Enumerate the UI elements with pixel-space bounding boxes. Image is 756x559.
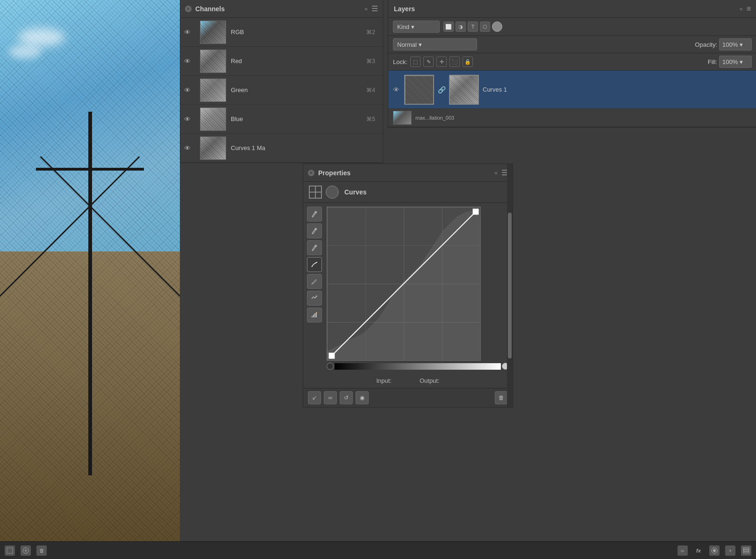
layers-menu-btn[interactable]: ≡ (747, 5, 751, 13)
channels-panel: ✕ Channels « ☰ 👁 RGB ⌘2 👁 Red ⌘3 👁 Green… (180, 0, 383, 163)
curves-tools: ! (307, 207, 324, 370)
channels-menu-btn[interactable]: ☰ (371, 4, 378, 13)
filter-adjustment-icon[interactable]: ◑ (456, 22, 466, 32)
filter-pixel-icon[interactable]: ⬜ (443, 22, 454, 32)
eyedropper-black-tool[interactable] (307, 240, 322, 255)
props-collapse[interactable]: « (494, 170, 498, 176)
reset-btn[interactable]: ↺ (340, 391, 353, 404)
taskbar-right-icons: ∞ fx + (678, 545, 751, 556)
lock-pixel-icon[interactable]: ✎ (423, 57, 434, 67)
taskbar-add-circle-icon[interactable] (21, 545, 31, 556)
filter-circle-icon[interactable] (492, 22, 502, 32)
lock-artboard-icon[interactable]: ⬛ (449, 57, 460, 67)
photo-overlay (450, 76, 478, 104)
curve-smooth-tool[interactable] (307, 257, 322, 272)
photo-grad (450, 76, 478, 104)
histogram-warning-btn[interactable]: ! (307, 308, 322, 322)
channel-green[interactable]: 👁 Green ⌘4 (180, 76, 383, 105)
canvas-image (0, 0, 180, 559)
layers-panel-header: Layers « ≡ (388, 0, 756, 18)
curves-grid-icon[interactable] (309, 186, 322, 199)
props-title: Properties (318, 169, 350, 177)
layers-kind-select[interactable]: Kind ▾ (393, 21, 440, 33)
channel-thumb-curves (200, 136, 226, 160)
eye-icon-curves-mask[interactable]: 👁 (184, 144, 195, 152)
curves-circle-icon[interactable] (326, 186, 339, 199)
eye-icon-blue[interactable]: 👁 (184, 115, 195, 123)
output-label: Output: (420, 377, 440, 384)
cloud1 (18, 28, 65, 47)
auto-btn[interactable] (307, 291, 322, 306)
layers-title: Layers (394, 5, 415, 13)
layers-blend-row: Normal ▾ Opacity: 100% ▾ (388, 36, 756, 53)
blend-mode-label: Normal (397, 41, 417, 48)
layers-collapse[interactable]: « (740, 6, 743, 12)
layer-name-curves1: Curves 1 (483, 86, 507, 93)
eyedropper-white-tool[interactable] (307, 207, 322, 222)
layers-lock-row: Lock: ⬚ ✎ ✛ ⬛ 🔒 Fill: 100% ▾ (388, 53, 756, 71)
svg-rect-11 (7, 548, 13, 553)
canvas-overlay (0, 0, 180, 559)
layer-thumb-grid (405, 76, 433, 104)
eye-icon-layer-curves[interactable]: 👁 (393, 86, 404, 93)
taskbar-layers-icon[interactable] (741, 545, 751, 556)
taskbar-fx-icon[interactable]: fx (693, 545, 704, 556)
fill-select[interactable]: 100% ▾ (719, 56, 752, 68)
taskbar-dotted-rect-icon[interactable] (5, 545, 15, 556)
channel-rgb[interactable]: 👁 RGB ⌘2 (180, 18, 383, 47)
lock-position-icon[interactable]: ✛ (436, 57, 447, 67)
filter-type-icon[interactable]: T (468, 22, 478, 32)
layer-strip[interactable]: max...llation_003 (388, 109, 756, 127)
svg-rect-3 (312, 316, 313, 317)
eyedropper-gray-tool[interactable] (307, 223, 322, 238)
kind-dropdown-icon: ▾ (411, 23, 414, 30)
lock-all-icon[interactable]: 🔒 (463, 57, 473, 67)
eye-icon-rgb[interactable]: 👁 (184, 29, 195, 36)
pencil-tool[interactable] (307, 274, 322, 289)
svg-rect-18 (743, 552, 749, 553)
filter-shape-icon[interactable]: ⬡ (480, 22, 490, 32)
curves-canvas-container (327, 207, 509, 370)
layer-item-curves1[interactable]: 👁 🔗 Curves 1 (388, 71, 756, 109)
fill-control: Fill: 100% ▾ (708, 56, 752, 68)
curves-scrollbar-thumb[interactable] (508, 213, 512, 358)
visibility-btn[interactable]: ◉ (356, 391, 369, 404)
curves-scrollbar[interactable] (507, 164, 513, 407)
layers-filter-icons: ⬜ ◑ T ⬡ (443, 22, 502, 32)
lock-label: Lock: (393, 58, 407, 65)
taskbar-circle-icon[interactable] (709, 545, 720, 556)
taskbar-plus-icon[interactable]: + (725, 545, 735, 556)
curves-canvas[interactable] (327, 207, 481, 361)
curves-line-svg (327, 207, 480, 360)
layer-strip-thumb (393, 111, 412, 125)
link-layer-btn[interactable]: ∞ (324, 391, 337, 404)
channel-name-green: Green (231, 86, 366, 93)
lock-transparent-icon[interactable]: ⬚ (410, 57, 421, 67)
channel-shortcut-green: ⌘4 (366, 87, 379, 93)
clip-to-layer-btn[interactable]: ↙ (308, 391, 321, 404)
input-label: Input: (376, 377, 392, 384)
channel-thumb-blue (200, 108, 226, 131)
svg-line-8 (332, 212, 476, 356)
channel-curves-mask[interactable]: 👁 Curves 1 Ma (180, 134, 383, 163)
eye-icon-green[interactable]: 👁 (184, 86, 195, 94)
blend-mode-select[interactable]: Normal ▾ (393, 38, 477, 50)
channels-close-btn[interactable]: ✕ (185, 6, 192, 12)
curves-editor: ! (303, 203, 513, 373)
delete-btn[interactable]: 🗑 (495, 391, 508, 404)
taskbar-link-icon[interactable]: ∞ (678, 545, 688, 556)
channel-red[interactable]: 👁 Red ⌘3 (180, 47, 383, 76)
chain-link-icon[interactable]: 🔗 (437, 85, 446, 94)
curves-label: Curves (344, 188, 366, 196)
opacity-select[interactable]: 100% ▾ (719, 38, 752, 50)
channels-collapse[interactable]: « (364, 6, 368, 12)
channel-blue[interactable]: 👁 Blue ⌘5 (180, 105, 383, 134)
black-point-handle[interactable] (327, 363, 334, 370)
props-close-btn[interactable]: ✕ (308, 170, 314, 176)
blend-mode-arrow: ▾ (419, 41, 422, 48)
eye-icon-red[interactable]: 👁 (184, 57, 195, 65)
taskbar-trash-icon[interactable]: 🗑 (36, 545, 47, 556)
gradient-slider (335, 363, 501, 370)
kind-label: Kind (397, 23, 409, 30)
fill-value: 100% (722, 58, 738, 65)
